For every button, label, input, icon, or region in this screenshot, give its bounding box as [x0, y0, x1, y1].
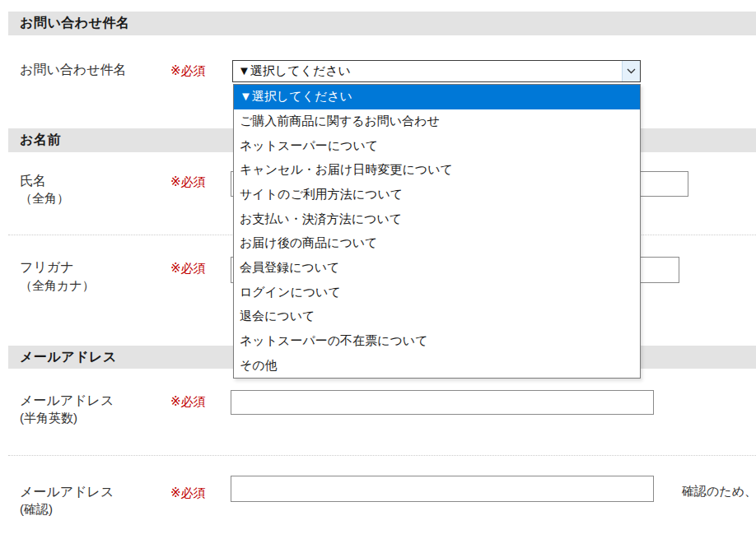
dropdown-option[interactable]: その他 [234, 353, 640, 378]
subject-dropdown-list: ▼選択してください ご購入前商品に関するお問い合わせ ネットスーパーについて キ… [233, 84, 641, 379]
email-confirm-note: 確認のため、同 [682, 484, 756, 500]
subject-select-value: ▼選択してください [233, 63, 622, 79]
email-confirm-label: メールアドレス [20, 483, 114, 501]
dropdown-option[interactable]: キャンセル・お届け日時変更について [234, 158, 640, 183]
section-title-name: お名前 [20, 132, 61, 149]
select-arrow-button[interactable] [622, 61, 640, 81]
name-required-badge: ※必須 [170, 174, 206, 190]
name-sublabel: （全角） [20, 190, 69, 207]
email-input[interactable] [231, 390, 654, 415]
kana-sublabel: （全角カナ） [20, 277, 95, 294]
contact-form-page: { "colors": { "section_bar_bg": "#e3e3e3… [0, 0, 756, 539]
chevron-down-icon [627, 68, 636, 74]
dropdown-option[interactable]: 会員登録について [234, 256, 640, 281]
dropdown-option[interactable]: お支払い・決済方法について [234, 207, 640, 231]
email-sublabel: (半角英数) [20, 410, 77, 426]
subject-select[interactable]: ▼選択してください [232, 60, 641, 82]
subject-label: お問い合わせ件名 [20, 61, 127, 79]
email-required-badge: ※必須 [170, 394, 206, 410]
dropdown-option[interactable]: ログインについて [234, 280, 640, 304]
dropdown-option[interactable]: ご購入前商品に関するお問い合わせ [234, 109, 640, 134]
kana-label: フリガナ [20, 258, 74, 276]
section-bar-subject: お問い合わせ件名 [8, 12, 756, 35]
subject-required-badge: ※必須 [170, 63, 206, 79]
email-confirm-required-badge: ※必須 [170, 486, 206, 501]
dropdown-option[interactable]: 退会について [234, 304, 640, 329]
email-confirm-sublabel: (確認) [20, 501, 53, 518]
dropdown-option[interactable]: ネットスーパーの不在票について [234, 329, 640, 354]
section-title-subject: お問い合わせ件名 [20, 15, 130, 32]
dropdown-option[interactable]: お届け後の商品について [234, 231, 640, 256]
dropdown-option[interactable]: ネットスーパーについて [234, 133, 640, 158]
dropdown-option[interactable]: サイトのご利用方法について [234, 183, 640, 207]
email-label: メールアドレス [20, 392, 114, 410]
section-title-email: メールアドレス [20, 349, 117, 366]
dropdown-option[interactable]: ▼選択してください [234, 85, 640, 109]
email-confirm-input[interactable] [231, 476, 654, 502]
name-label: 氏名 [20, 172, 46, 190]
kana-required-badge: ※必須 [170, 261, 206, 276]
row-divider [8, 455, 756, 456]
